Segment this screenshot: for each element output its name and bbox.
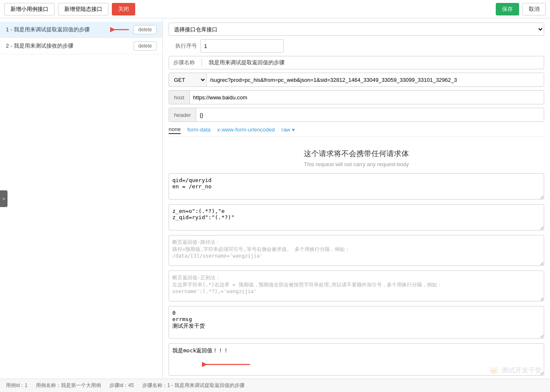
top-toolbar: 新增小用例接口 新增登陆态接口 关闭 保存 取消 [0, 0, 550, 18]
step-name-value: 我是用来调试提取返回值的步骤 [209, 59, 285, 66]
exec-order-row: 执行序号 [169, 39, 544, 53]
interface-select[interactable]: 选择接口仓库接口 [169, 23, 544, 36]
step-item-1[interactable]: 1 - 我是用来调试提取返回值的步骤 delete [0, 22, 162, 38]
cancel-button[interactable]: 取消 [522, 3, 546, 15]
right-panel: 选择接口仓库接口 执行序号 步骤名称 我是用来调试提取返回值的步骤 GET PO… [163, 18, 550, 379]
add-small-interface-button[interactable]: 新增小用例接口 [4, 3, 55, 15]
header-input[interactable] [196, 108, 544, 121]
url-input[interactable] [207, 73, 544, 86]
extract-field-2[interactable]: z_en=o":(.*?),"e z_qid=ryid":"(.*?)" [169, 204, 544, 230]
add-login-interface-button[interactable]: 新增登陆态接口 [58, 3, 108, 15]
assert-regex-textarea[interactable]: 断言返回值-正则法： 左边界字符串(.*)右边界 = 预期值，预期值全部会被按照… [169, 271, 544, 301]
step-list: 1 - 我是用来调试提取返回值的步骤 delete [0, 18, 162, 58]
bottom-step-id: 步骤id：45 [109, 382, 134, 389]
extract-field-1[interactable]: qid=/queryid en = /err_no [169, 173, 544, 200]
no-body-subtitle: This request will not carry any request-… [169, 161, 544, 167]
header-label: header [169, 108, 196, 121]
exec-order-label: 执行序号 [169, 42, 197, 50]
bottom-case-name: 用例名称：我是第一个大用例 [36, 382, 101, 389]
step-item-2-label: 2 - 我是用来测试接收的步骤 [6, 42, 73, 50]
assert-path-textarea[interactable]: 断言返回值-路径法： 路径=预期值,字符串必须写引号,等号右侧会被求值。 多个用… [169, 235, 544, 266]
interface-select-row: 选择接口仓库接口 [169, 23, 544, 36]
bottom-step-name: 步骤名称：1 - 我是用来调试提取返回值的步骤 [142, 382, 245, 389]
step-name-form-label: 步骤名称 [173, 59, 195, 66]
step-item-1-label: 1 - 我是用来调试提取返回值的步骤 [6, 26, 90, 33]
step-item-2[interactable]: 2 - 我是用来测试接收的步骤 delete [0, 38, 162, 54]
delete-step-2-button[interactable]: delete [134, 41, 156, 51]
exec-order-input[interactable] [200, 39, 284, 53]
toggle-panel-button[interactable]: > [0, 190, 8, 207]
host-row: host [169, 90, 544, 104]
mock-value-section: 我是mock返回值！！！ [169, 343, 544, 379]
host-label: host [169, 91, 190, 104]
tab-x-www-form-urlencoded[interactable]: x-www-form-urlencoded [217, 126, 275, 133]
bottom-case-id: 用例id：1 [6, 382, 28, 389]
header-row: header [169, 108, 544, 122]
mock-value-textarea[interactable]: 我是mock返回值！！！ [169, 343, 544, 376]
arrow-indicator-1 [110, 25, 131, 34]
step-name-row: 步骤名称 我是用来调试提取返回值的步骤 [169, 56, 544, 69]
no-body-title: 这个请求将不会携带任何请求体 [169, 149, 544, 159]
tab-none[interactable]: none [169, 125, 181, 134]
main-layout: > 1 - 我是用来调试提取返回值的步骤 del [0, 18, 550, 379]
method-select[interactable]: GET POST PUT DELETE [169, 73, 207, 86]
tab-form-data[interactable]: form-data [187, 126, 211, 133]
bottom-bar: 用例id：1 用例名称：我是第一个大用例 步骤id：45 步骤名称：1 - 我是… [0, 379, 550, 392]
close-button[interactable]: 关闭 [112, 3, 135, 15]
method-url-row: GET POST PUT DELETE [169, 73, 544, 87]
save-button[interactable]: 保存 [496, 3, 519, 15]
host-input[interactable] [190, 91, 544, 104]
extract-value-textarea[interactable]: 0 errmsg 测试开发干货 [169, 306, 544, 339]
tab-raw-chevron: ▼ [291, 127, 296, 132]
tab-raw-dropdown[interactable]: raw ▼ [282, 126, 296, 133]
delete-step-1-button[interactable]: delete [134, 25, 156, 34]
body-tabs: none form-data x-www-form-urlencoded raw… [169, 125, 544, 137]
tab-raw-label: raw [282, 126, 290, 133]
no-body-section: 这个请求将不会携带任何请求体 This request will not car… [169, 140, 544, 173]
left-panel: 1 - 我是用来调试提取返回值的步骤 delete [0, 18, 163, 379]
